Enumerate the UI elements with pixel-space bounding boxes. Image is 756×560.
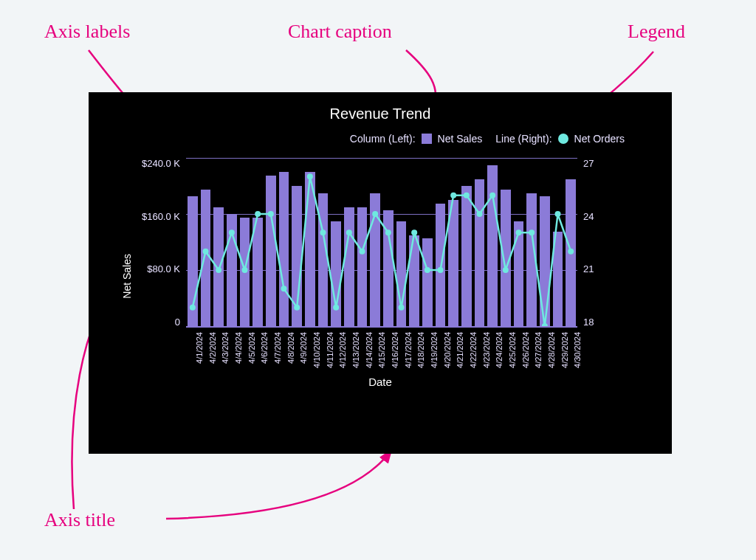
x-tick: 4/14/2024 [365, 332, 375, 368]
bar [436, 204, 446, 326]
y-right-tick: 18 [583, 317, 599, 328]
bar [305, 172, 315, 326]
legend-left-label: Column (Left): [350, 133, 416, 145]
legend-bar-swatch-icon [422, 134, 432, 144]
x-tick: 4/10/2024 [312, 332, 323, 368]
x-tick: 4/2/2024 [208, 332, 219, 368]
x-tick: 4/9/2024 [299, 332, 309, 368]
callout-legend: Legend [628, 21, 685, 43]
bars-layer [186, 158, 577, 326]
x-tick: 4/28/2024 [547, 332, 557, 368]
x-tick: 4/18/2024 [416, 332, 427, 368]
legend-right-group: Line (Right): Net Orders [495, 133, 625, 145]
x-tick: 4/3/2024 [221, 332, 231, 368]
callout-chart-caption: Chart caption [288, 21, 392, 43]
y-left-tick: 0 [137, 317, 180, 328]
bar [526, 193, 537, 327]
bar [540, 196, 550, 326]
x-tick: 4/5/2024 [247, 332, 258, 368]
bar [252, 218, 263, 326]
x-tick: 4/27/2024 [534, 332, 544, 368]
x-tick: 4/13/2024 [351, 332, 362, 368]
x-tick: 4/16/2024 [391, 332, 401, 368]
x-tick: 4/30/2024 [573, 332, 583, 368]
y-left-ticks: $240.0 K$160.0 K$80.0 K0 [137, 158, 180, 328]
x-axis-title: Date [121, 376, 639, 388]
y-right-tick: 24 [583, 211, 599, 222]
bar [487, 165, 498, 327]
legend-left-group: Column (Left): Net Sales [350, 133, 482, 145]
x-tick: 4/22/2024 [469, 332, 479, 368]
plot-canvas [186, 158, 577, 328]
bar [501, 190, 511, 326]
bar [318, 193, 329, 327]
x-ticks: 4/1/20244/2/20244/3/20244/4/20244/5/2024… [193, 332, 585, 368]
bar [188, 196, 198, 326]
x-tick: 4/24/2024 [495, 332, 505, 368]
legend-left-series: Net Sales [438, 133, 483, 145]
y-right-tick: 27 [583, 158, 599, 169]
bar [266, 176, 276, 326]
y-left-tick: $160.0 K [137, 211, 180, 222]
y-left-tick: $240.0 K [137, 158, 180, 169]
bar [344, 207, 354, 327]
bar [213, 207, 224, 327]
bar [227, 214, 237, 326]
y-left-tick: $80.0 K [137, 263, 180, 274]
bar [240, 218, 250, 326]
x-tick: 4/1/2024 [195, 332, 205, 368]
chart-panel: Revenue Trend Column (Left): Net Sales L… [89, 92, 672, 454]
bar [409, 235, 419, 327]
legend-right-series: Net Orders [574, 133, 625, 145]
x-tick: 4/11/2024 [326, 332, 336, 368]
callout-axis-title: Axis title [44, 509, 115, 531]
bar [370, 193, 380, 327]
bar [292, 186, 302, 326]
chart-title: Revenue Trend [121, 106, 639, 122]
x-tick: 4/20/2024 [443, 332, 453, 368]
x-tick: 4/17/2024 [404, 332, 414, 368]
legend-right-label: Line (Right): [495, 133, 551, 145]
bar [422, 238, 433, 326]
x-tick: 4/25/2024 [508, 332, 518, 368]
bar [357, 207, 368, 327]
y-right-ticks: 27242118 [583, 158, 599, 328]
bar [448, 200, 458, 326]
callout-axis-labels: Axis labels [44, 21, 130, 43]
bar [383, 210, 394, 326]
x-tick: 4/7/2024 [273, 332, 284, 368]
bar [475, 179, 485, 327]
bar [396, 221, 407, 327]
bar [461, 186, 472, 326]
plot-area: Net Sales $240.0 K$160.0 K$80.0 K0 27242… [121, 158, 639, 328]
x-tick: 4/26/2024 [521, 332, 532, 368]
x-tick: 4/8/2024 [286, 332, 297, 368]
x-tick: 4/4/2024 [234, 332, 244, 368]
chart-legend: Column (Left): Net Sales Line (Right): N… [121, 133, 639, 145]
y-left-axis-title: Net Sales [121, 187, 133, 299]
bar [201, 190, 211, 326]
x-tick: 4/12/2024 [338, 332, 348, 368]
bar [553, 232, 563, 326]
x-tick: 4/21/2024 [456, 332, 466, 368]
y-right-tick: 21 [583, 263, 599, 274]
bar [331, 221, 341, 327]
x-tick: 4/29/2024 [560, 332, 571, 368]
legend-dot-swatch-icon [558, 134, 568, 144]
x-tick: 4/19/2024 [430, 332, 440, 368]
x-tick: 4/23/2024 [482, 332, 492, 368]
bar [514, 221, 524, 327]
x-tick: 4/15/2024 [377, 332, 388, 368]
bar [279, 172, 289, 326]
x-tick: 4/6/2024 [260, 332, 270, 368]
bar [566, 179, 576, 327]
